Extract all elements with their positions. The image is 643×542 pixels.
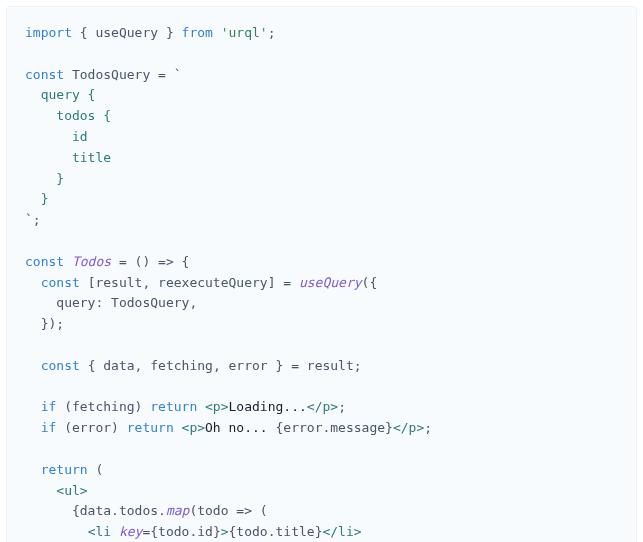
semi: ;: [354, 358, 362, 373]
backtick: `: [174, 67, 182, 82]
ident-TodosQuery: TodosQuery: [111, 295, 189, 310]
kw-return: return: [150, 399, 197, 414]
ident-useQuery: useQuery: [95, 25, 158, 40]
text-ohno: Oh no...: [205, 420, 275, 435]
semi: ;: [33, 212, 41, 227]
colon: :: [95, 295, 103, 310]
kw-const: const: [41, 358, 80, 373]
cond-error: error: [72, 420, 111, 435]
expr-data-todos: data.todos.: [80, 503, 166, 518]
string-urql: 'urql': [221, 25, 268, 40]
param-todo: todo: [197, 503, 228, 518]
kw-const: const: [25, 67, 64, 82]
kw-const: const: [25, 254, 64, 269]
semi: ;: [268, 25, 276, 40]
text-loading: Loading...: [229, 399, 307, 414]
brace: {: [369, 275, 377, 290]
paren: (: [64, 399, 72, 414]
arrow: =>: [158, 254, 174, 269]
paren: ): [142, 254, 150, 269]
ident-result: result: [95, 275, 142, 290]
ident-error: error: [229, 358, 268, 373]
jsx-p-close: </p>: [393, 420, 424, 435]
gql-line: query {: [25, 87, 95, 102]
brace: }: [276, 358, 284, 373]
kw-if: if: [41, 420, 57, 435]
gql-line: id: [25, 129, 88, 144]
semi: ;: [56, 316, 64, 331]
backtick: `: [25, 212, 33, 227]
brace: }: [166, 25, 174, 40]
kw-return: return: [41, 462, 88, 477]
paren: ): [135, 399, 143, 414]
expr-brace: {: [150, 524, 158, 539]
gql-line: }: [25, 191, 48, 206]
brace: {: [88, 358, 96, 373]
kw-from: from: [182, 25, 213, 40]
eq: =: [158, 67, 166, 82]
comma: ,: [142, 275, 150, 290]
ident-fetching: fetching: [150, 358, 213, 373]
expr-error-message: error.message: [283, 420, 385, 435]
jsx-p-close: </p>: [307, 399, 338, 414]
jsx-gt: >: [221, 524, 229, 539]
eq: =: [119, 254, 127, 269]
component-Todos: Todos: [72, 254, 111, 269]
ident-data: data: [103, 358, 134, 373]
call-useQuery: useQuery: [299, 275, 362, 290]
brace: {: [80, 25, 88, 40]
kw-const: const: [41, 275, 80, 290]
eq: =: [291, 358, 299, 373]
comma: ,: [135, 358, 143, 373]
ident-reexecuteQuery: reexecuteQuery: [158, 275, 268, 290]
cond-fetching: fetching: [72, 399, 135, 414]
bracket: ]: [268, 275, 276, 290]
gql-line: title: [25, 150, 111, 165]
expr-brace: }: [385, 420, 393, 435]
expr-brace: {: [72, 503, 80, 518]
jsx-li-close: </li>: [322, 524, 361, 539]
paren: ): [111, 420, 119, 435]
kw-return: return: [127, 420, 174, 435]
jsx-p-open: <p>: [182, 420, 205, 435]
prop-query: query: [56, 295, 95, 310]
expr-todo-title: todo.title: [236, 524, 314, 539]
jsx-p-open: <p>: [205, 399, 228, 414]
expr-brace: }: [213, 524, 221, 539]
kw-import: import: [25, 25, 72, 40]
code-block: import { useQuery } from 'urql'; const T…: [6, 6, 637, 542]
brace: {: [182, 254, 190, 269]
comma: ,: [189, 295, 197, 310]
ident-result: result: [307, 358, 354, 373]
jsx-ul-open: <ul>: [56, 483, 87, 498]
paren: (: [260, 503, 268, 518]
space: [111, 524, 119, 539]
attr-key: key: [119, 524, 142, 539]
arrow: =>: [236, 503, 252, 518]
semi: ;: [424, 420, 432, 435]
gql-line: }: [25, 171, 64, 186]
semi: ;: [338, 399, 346, 414]
ident-TodosQuery: TodosQuery: [72, 67, 150, 82]
kw-if: if: [41, 399, 57, 414]
jsx-li-open: <li: [88, 524, 111, 539]
paren: (: [64, 420, 72, 435]
expr-todo-id: todo.id: [158, 524, 213, 539]
comma: ,: [213, 358, 221, 373]
method-map: map: [166, 503, 189, 518]
paren: (: [95, 462, 103, 477]
gql-line: todos {: [25, 108, 111, 123]
eq: =: [283, 275, 291, 290]
